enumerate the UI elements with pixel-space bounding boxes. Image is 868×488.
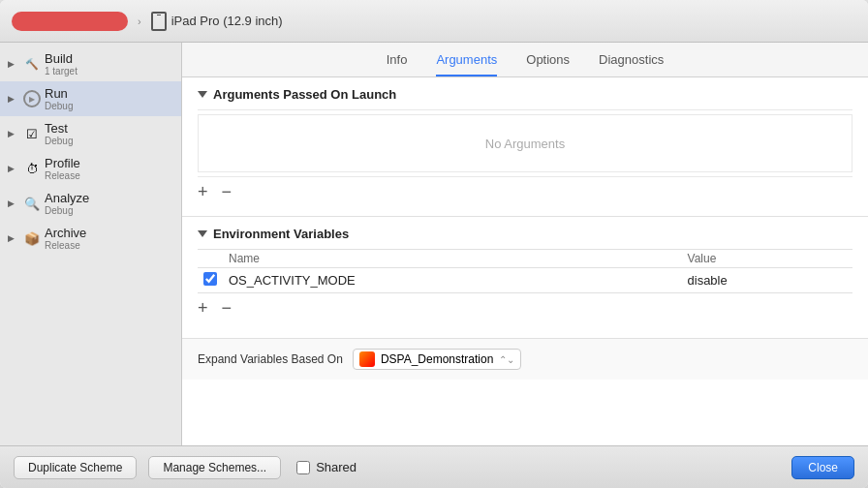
archive-label: Archive	[45, 226, 86, 240]
environment-header: Environment Variables	[198, 227, 852, 241]
col-name-header: Name	[223, 250, 682, 268]
env-row-checkbox[interactable]	[203, 272, 217, 286]
device-selector[interactable]: iPad Pro (12.9 inch)	[151, 12, 283, 31]
shared-checkbox[interactable]	[296, 461, 310, 474]
shared-row: Shared	[296, 460, 356, 474]
sidebar: ▶ 🔨 Build 1 target ▶ ▶ Run Debug ▶	[0, 43, 182, 445]
profile-sub: Release	[45, 170, 80, 181]
profile-label: Profile	[45, 156, 80, 170]
sidebar-item-build[interactable]: ▶ 🔨 Build 1 target	[0, 46, 181, 81]
arguments-add-btn[interactable]: +	[198, 183, 208, 200]
build-sub: 1 target	[45, 66, 78, 76]
scheme-editor-window: › iPad Pro (12.9 inch) ▶ 🔨 Build 1 targe…	[0, 0, 868, 488]
archive-arrow: ▶	[8, 233, 19, 243]
sidebar-item-archive[interactable]: ▶ 📦 Archive Release	[0, 221, 181, 256]
profile-icon: ⏱	[23, 160, 41, 177]
archive-icon: 📦	[23, 229, 41, 247]
sidebar-item-analyze[interactable]: ▶ 🔍 Analyze Debug	[0, 186, 181, 221]
main-content: ▶ 🔨 Build 1 target ▶ ▶ Run Debug ▶	[0, 43, 868, 445]
shared-label: Shared	[316, 460, 356, 474]
environment-table: Name Value OS_ACTIVITY_MODE disable	[198, 250, 852, 292]
analyze-sub: Debug	[45, 205, 89, 216]
env-row: OS_ACTIVITY_MODE disable	[198, 268, 852, 293]
expand-vars-row: Expand Variables Based On DSPA_Demonstra…	[182, 338, 868, 380]
no-arguments-area: No Arguments	[198, 114, 852, 172]
run-label: Run	[45, 86, 73, 101]
ipad-icon	[151, 12, 167, 31]
analyze-icon: 🔍	[23, 195, 41, 212]
right-panel: Info Arguments Options Diagnostics Argum…	[182, 43, 868, 445]
expand-vars-arrow: ⌃⌄	[499, 354, 514, 365]
environment-add-btn[interactable]: +	[198, 299, 208, 317]
device-label: iPad Pro (12.9 inch)	[171, 14, 283, 28]
sidebar-item-run[interactable]: ▶ ▶ Run Debug	[0, 81, 181, 116]
run-arrow: ▶	[8, 94, 19, 104]
archive-sub: Release	[45, 240, 86, 251]
arguments-collapse-btn[interactable]	[198, 91, 207, 98]
environment-section: Environment Variables Name Value	[182, 217, 868, 338]
test-arrow: ▶	[8, 129, 19, 138]
build-icon: 🔨	[23, 55, 41, 73]
no-arguments-label: No Arguments	[485, 137, 565, 151]
duplicate-scheme-button[interactable]: Duplicate Scheme	[14, 456, 137, 479]
analyze-label: Analyze	[45, 191, 89, 205]
arguments-remove-btn[interactable]: −	[222, 183, 232, 200]
expand-vars-select[interactable]: DSPA_Demonstration ⌃⌄	[353, 349, 522, 370]
col-value-header: Value	[682, 250, 852, 268]
scheme-pill[interactable]	[12, 12, 128, 31]
tab-info[interactable]: Info	[387, 52, 408, 76]
arguments-add-remove: + −	[198, 177, 852, 206]
test-sub: Debug	[45, 136, 73, 146]
environment-remove-btn[interactable]: −	[222, 299, 232, 317]
sidebar-item-profile[interactable]: ▶ ⏱ Profile Release	[0, 151, 181, 186]
analyze-arrow: ▶	[8, 198, 19, 208]
bottom-bar: Duplicate Scheme Manage Schemes... Share…	[0, 445, 868, 488]
tabs-bar: Info Arguments Options Diagnostics	[182, 43, 868, 77]
sidebar-item-test[interactable]: ▶ ☑ Test Debug	[0, 116, 181, 151]
tab-arguments[interactable]: Arguments	[436, 52, 497, 76]
run-sub: Debug	[45, 101, 73, 111]
expand-vars-app-name: DSPA_Demonstration	[381, 352, 494, 366]
expand-vars-label: Expand Variables Based On	[198, 352, 343, 366]
environment-title: Environment Variables	[213, 227, 349, 241]
toolbar-arrow: ›	[138, 15, 141, 27]
tab-options[interactable]: Options	[526, 52, 570, 76]
toolbar: › iPad Pro (12.9 inch)	[0, 0, 868, 43]
arguments-title: Arguments Passed On Launch	[213, 87, 396, 102]
tab-diagnostics[interactable]: Diagnostics	[599, 52, 664, 76]
arguments-section: Arguments Passed On Launch No Arguments …	[182, 77, 868, 217]
run-icon: ▶	[23, 90, 41, 107]
build-label: Build	[45, 51, 78, 66]
panel-body: Arguments Passed On Launch No Arguments …	[182, 77, 868, 445]
environment-add-remove: + −	[198, 293, 852, 322]
environment-collapse-btn[interactable]	[198, 230, 207, 237]
test-icon: ☑	[23, 125, 41, 142]
manage-schemes-button[interactable]: Manage Schemes...	[148, 456, 281, 479]
close-button[interactable]: Close	[791, 456, 854, 479]
env-row-name[interactable]: OS_ACTIVITY_MODE	[223, 268, 682, 293]
profile-arrow: ▶	[8, 164, 19, 173]
test-label: Test	[45, 121, 73, 136]
env-row-value[interactable]: disable	[682, 268, 852, 293]
arguments-header: Arguments Passed On Launch	[198, 87, 852, 102]
build-arrow: ▶	[8, 59, 19, 69]
dspa-icon	[359, 351, 375, 367]
